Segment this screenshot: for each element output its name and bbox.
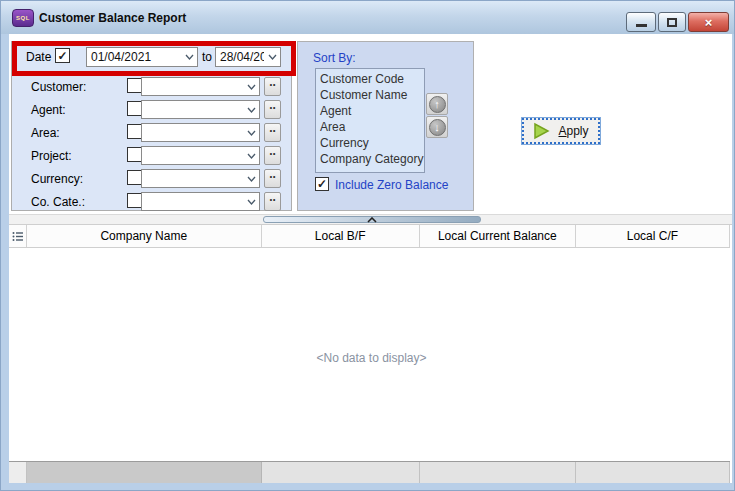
chevron-up-icon: [367, 217, 377, 223]
window: SQL Customer Balance Report × Date ✓ 01/…: [0, 0, 735, 491]
checkmark-icon: ✓: [317, 178, 327, 190]
date-from-value: 01/04/2021: [87, 50, 181, 64]
chevron-down-icon: [243, 199, 259, 205]
include-zero-balance-label: Include Zero Balance: [335, 178, 448, 192]
window-title: Customer Balance Report: [39, 11, 186, 25]
checkmark-icon: ✓: [57, 50, 67, 62]
sort-by-listbox[interactable]: Customer Code Customer Name Agent Area C…: [315, 68, 425, 173]
filter-label-currency: Currency:: [31, 172, 83, 186]
collapse-panel-handle[interactable]: [263, 216, 481, 223]
date-checkbox[interactable]: ✓: [55, 48, 70, 63]
browse-button-customer[interactable]: ..: [264, 77, 281, 96]
apply-button-label: Apply: [558, 124, 588, 138]
browse-button-project[interactable]: ..: [264, 146, 281, 165]
filter-checkbox-area[interactable]: [127, 124, 142, 139]
close-icon: ×: [705, 15, 713, 30]
chevron-down-icon: [243, 107, 259, 113]
date-to-value: 28/04/2021: [216, 50, 264, 64]
app-icon: SQL: [12, 9, 34, 27]
date-label: Date: [26, 50, 51, 64]
chevron-down-icon: [243, 153, 259, 159]
hscroll-thumb[interactable]: [27, 462, 262, 483]
sort-option[interactable]: Currency: [316, 135, 424, 151]
chevron-down-icon: [243, 84, 259, 90]
filter-combobox-customer[interactable]: [141, 77, 260, 96]
no-data-message: <No data to display>: [9, 351, 734, 365]
report-grid: Company Name Local B/F Local Current Bal…: [9, 225, 732, 483]
sort-option[interactable]: Customer Name: [316, 87, 424, 103]
grid-header-row[interactable]: Company Name Local B/F Local Current Bal…: [9, 225, 730, 248]
down-arrow-icon: ↓: [434, 122, 440, 133]
close-button[interactable]: ×: [688, 12, 729, 32]
minimize-button[interactable]: [626, 12, 656, 32]
date-to-label: to: [202, 50, 212, 64]
filter-label-agent: Agent:: [31, 103, 66, 117]
filter-checkbox-co-cate[interactable]: [127, 193, 142, 208]
up-arrow-icon: ↑: [434, 99, 440, 110]
grid-body: <No data to display>: [9, 248, 732, 461]
filter-combobox-currency[interactable]: [141, 169, 260, 188]
filter-combobox-project[interactable]: [141, 146, 260, 165]
filter-combobox-co-cate[interactable]: [141, 192, 260, 211]
browse-button-currency[interactable]: ..: [264, 169, 281, 188]
hscroll-track-segment[interactable]: [420, 462, 576, 483]
hscroll-track-segment[interactable]: [576, 462, 730, 483]
filter-checkbox-customer[interactable]: [127, 78, 142, 93]
filter-label-customer: Customer:: [31, 80, 86, 94]
filter-label-project: Project:: [31, 149, 72, 163]
browse-button-agent[interactable]: ..: [264, 100, 281, 119]
column-header-local-cf[interactable]: Local C/F: [576, 225, 730, 247]
browse-button-area[interactable]: ..: [264, 123, 281, 142]
apply-button[interactable]: Apply: [522, 118, 600, 144]
filter-combobox-agent[interactable]: [141, 100, 260, 119]
row-indicator-icon: [12, 231, 23, 242]
minimize-icon: [636, 24, 647, 27]
filter-label-area: Area:: [31, 126, 60, 140]
hscroll-corner: [9, 462, 27, 483]
chevron-down-icon: [181, 54, 197, 60]
maximize-button[interactable]: [658, 12, 686, 32]
date-to-combobox[interactable]: 28/04/2021: [215, 47, 281, 67]
panel-splitter: [9, 214, 732, 225]
date-from-combobox[interactable]: 01/04/2021: [86, 47, 198, 67]
client-area: Date ✓ 01/04/2021 to 28/04/2021 Customer…: [9, 34, 732, 483]
chevron-down-icon: [243, 176, 259, 182]
grid-hscrollbar[interactable]: [9, 461, 730, 483]
column-header-local-current-balance[interactable]: Local Current Balance: [420, 225, 576, 247]
sort-option[interactable]: Customer Code: [316, 71, 424, 87]
move-down-button[interactable]: ↓: [426, 116, 448, 138]
sort-by-label: Sort By:: [313, 51, 356, 65]
sort-option[interactable]: Agent: [316, 103, 424, 119]
filter-label-co-cate: Co. Cate.:: [31, 195, 85, 209]
sort-by-panel: Sort By: Customer Code Customer Name Age…: [297, 41, 474, 211]
filter-combobox-area[interactable]: [141, 123, 260, 142]
chevron-down-icon: [243, 130, 259, 136]
play-icon: [533, 122, 551, 140]
hscroll-track-segment[interactable]: [262, 462, 420, 483]
sort-option[interactable]: Company Category: [316, 151, 424, 167]
row-indicator-header[interactable]: [9, 225, 27, 247]
filter-checkbox-agent[interactable]: [127, 101, 142, 116]
chevron-down-icon: [264, 54, 280, 60]
sort-option[interactable]: Area: [316, 119, 424, 135]
move-up-button[interactable]: ↑: [426, 93, 448, 115]
browse-button-co-cate[interactable]: ..: [264, 192, 281, 211]
titlebar[interactable]: SQL Customer Balance Report ×: [1, 1, 734, 34]
filter-checkbox-project[interactable]: [127, 147, 142, 162]
maximize-icon: [667, 18, 677, 27]
include-zero-balance-checkbox[interactable]: ✓: [315, 177, 329, 191]
filter-checkbox-currency[interactable]: [127, 170, 142, 185]
column-header-company-name[interactable]: Company Name: [27, 225, 262, 247]
column-header-local-bf[interactable]: Local B/F: [262, 225, 420, 247]
